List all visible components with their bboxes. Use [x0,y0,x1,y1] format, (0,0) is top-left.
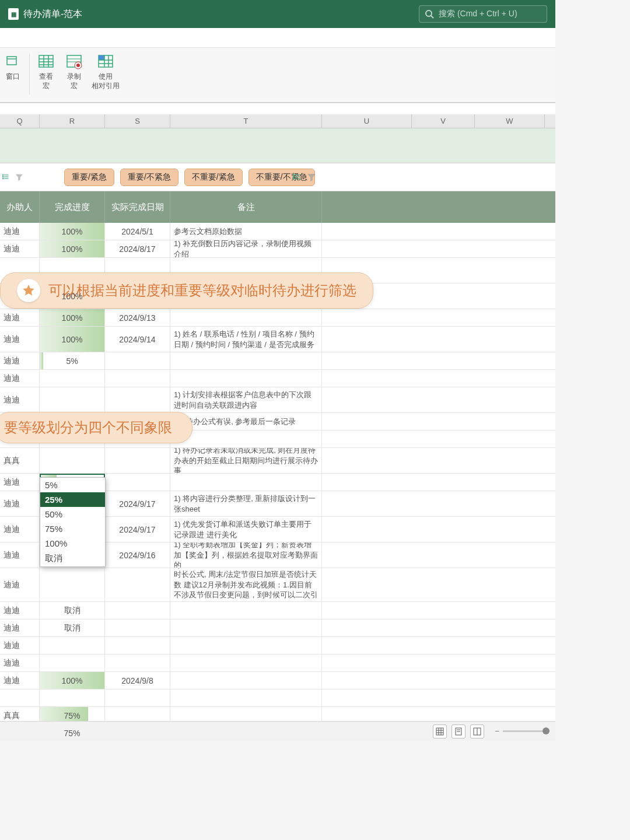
col-V[interactable]: V [412,114,475,128]
col-S[interactable]: S [105,114,170,128]
opt-cancel[interactable]: 取消 [40,551,105,566]
cell-progress[interactable] [40,654,105,671]
opt-50[interactable]: 50% [40,507,105,522]
cell-progress[interactable]: 100% [40,327,105,352]
cell-note[interactable] [170,370,322,387]
cell-date[interactable] [105,637,170,654]
cell-progress[interactable]: 100% [40,309,105,326]
chip-important-urgent[interactable]: 重要/紧急 [64,169,114,186]
cell-note[interactable]: 1) 将内容进行分类整理, 重新排版设计到一张sheet [170,491,322,516]
cell-note[interactable]: 1) 计划安排表根据客户信息表中的下次跟进时间自动关联跟进内容 [170,387,322,412]
cell-date[interactable] [105,620,170,636]
cell-helper[interactable]: 迪迪 [0,370,40,387]
cell-progress[interactable] [40,637,105,654]
cell-date[interactable]: 2024/9/13 [105,309,170,326]
col-U[interactable]: U [322,114,412,128]
cell-helper[interactable]: 迪迪 [0,542,40,568]
cell-helper[interactable]: 迪迪 [0,223,40,240]
view-normal[interactable] [433,724,447,738]
cell-progress[interactable] [40,568,105,601]
cell-note[interactable] [170,309,322,326]
cell-note[interactable]: 1) 补充倒数日历内容记录，录制使用视频介绍 [170,240,322,257]
cell-note[interactable]: / 月待办公式有误, 参考最后一条记录 [170,413,322,430]
cell-helper[interactable]: 迪迪 [0,474,40,491]
cell-date[interactable]: 2024/8/17 [105,240,170,257]
cell-date[interactable]: 2024/9/17 [105,491,170,516]
cell-note[interactable] [170,637,322,654]
col-W[interactable]: W [475,114,545,128]
cell-note[interactable] [170,672,322,689]
cell-helper[interactable]: 迪迪 [0,491,40,516]
chip-notimportant-urgent[interactable]: 不重要/紧急 [184,169,243,186]
cell-note[interactable] [170,474,322,491]
cell-helper[interactable]: 迪迪 [0,654,40,671]
cell-note[interactable] [170,690,322,706]
cell-note[interactable] [170,620,322,636]
chip-important-noturgent[interactable]: 重要/不紧急 [120,169,178,186]
opt-25[interactable]: 25% [40,492,105,507]
cell-note[interactable]: 1) 优先发货订单和派送失败订单主要用于记录跟进 进行美化 [170,517,322,542]
cell-note[interactable] [170,602,322,619]
cell-date[interactable]: 2024/9/16 [105,542,170,568]
cell-helper[interactable]: 迪迪 [0,517,40,542]
cell-helper[interactable]: 迪迪 [0,620,40,636]
cell-progress[interactable] [40,690,105,706]
cell-date[interactable] [105,474,170,491]
cell-progress[interactable]: 取消 [40,620,105,636]
cell-note[interactable]: 参考云文档原始数据 [170,223,322,240]
cell-date[interactable] [105,387,170,412]
cell-date[interactable] [105,568,170,601]
cell-date[interactable] [105,690,170,706]
cell-date[interactable] [105,654,170,671]
list-icon[interactable] [2,173,9,181]
view-page-layout[interactable] [452,724,466,738]
cell-date[interactable]: 2024/9/17 [105,517,170,542]
cell-date[interactable] [105,448,170,473]
ribbon-window[interactable]: 窗口 [0,51,27,82]
cell-note[interactable] [170,352,322,369]
cell-helper[interactable]: 迪迪 [0,602,40,619]
cell-progress[interactable]: 100% [40,240,105,257]
col-R[interactable]: R [40,114,105,128]
search-input[interactable]: 搜索 (Cmd + Ctrl + U) [419,5,547,23]
cell-helper[interactable]: 迪迪 [0,352,40,369]
view-page-break[interactable] [470,724,484,738]
opt-100[interactable]: 100% [40,536,105,551]
progress-dropdown[interactable]: 5% 25% 50% 75% 100% 取消 [40,477,106,567]
cell-date[interactable] [105,602,170,619]
cell-date[interactable] [105,352,170,369]
cell-helper[interactable]: 迪迪 [0,309,40,326]
cell-progress[interactable] [40,370,105,387]
ribbon-view-macros[interactable]: 查看 宏 [32,51,60,90]
cell-helper[interactable] [0,690,40,706]
cell-helper[interactable]: 迪迪 [0,672,40,689]
cell-note[interactable] [170,430,322,447]
cell-progress[interactable]: 取消 [40,602,105,619]
cell-helper[interactable]: 真真 [0,448,40,473]
ribbon-use-relative[interactable]: 使用 相对引用 [88,51,123,90]
cell-note[interactable]: 1) 全职考勤表增加【奖金】列；薪资表增加【奖金】列，根据姓名提取对应考勤界面的 [170,542,322,568]
cell-note[interactable]: 1) 姓名 / 联系电话 / 性别 / 项目名称 / 预约日期 / 预约时间 /… [170,327,322,352]
cell-date[interactable]: 2024/9/14 [105,327,170,352]
cell-note[interactable] [170,654,322,671]
cell-progress[interactable]: 100% [40,223,105,240]
cell-progress[interactable] [40,387,105,412]
cell-progress[interactable]: 5% [40,352,105,369]
cell-helper[interactable]: 迪迪 [0,327,40,352]
funnel-icon[interactable] [307,173,316,182]
cell-date[interactable] [105,370,170,387]
ribbon-record-macro[interactable]: 录制 宏 [60,51,88,90]
cell-progress[interactable] [40,448,105,473]
cell-date[interactable]: 2024/5/1 [105,223,170,240]
zoom-slider[interactable]: − [495,727,550,736]
cell-helper[interactable]: 迪迪 [0,387,40,412]
cell-helper[interactable]: 迪迪 [0,240,40,257]
opt-5[interactable]: 5% [40,478,105,492]
cell-helper[interactable]: 迪迪 [0,637,40,654]
cell-note[interactable]: 1) 打卡明细表添加了辅助列, 重新连接加班时长公式, 周末/法定节假日加班是否… [170,568,322,601]
cell-helper[interactable]: 迪迪 [0,568,40,601]
list-icon[interactable] [293,173,301,181]
cell-note[interactable]: 1) 待办记录若未取消或未完成, 则在月度待办表的开始至截止日期期间均进行展示待… [170,448,322,473]
cell-date[interactable]: 2024/9/8 [105,672,170,689]
col-Q[interactable]: Q [0,114,40,128]
